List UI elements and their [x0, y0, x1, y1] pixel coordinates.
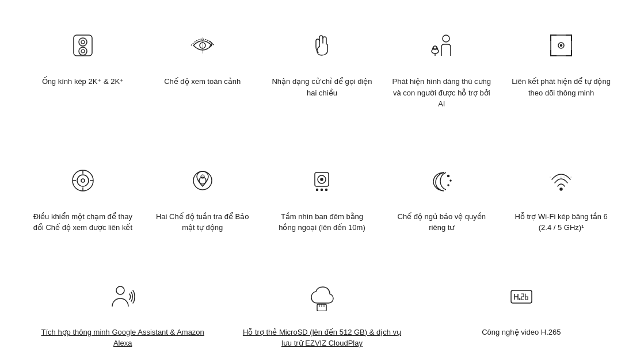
svg-point-43 — [519, 298, 520, 300]
row-1: Ống kính kép 2K⁺ & 2K⁺ Chế độ xem toàn c… — [0, 0, 644, 135]
gesture-label: Nhận dạng cử chỉ để gọi điện hai chiều — [272, 76, 373, 98]
svg-point-34 — [116, 286, 124, 294]
one-touch-icon — [63, 160, 103, 201]
svg-point-25 — [321, 178, 323, 181]
wifi-icon — [541, 160, 581, 201]
cell-ai-detection: Phát hiện hình dáng thú cưng và con ngườ… — [382, 12, 501, 124]
dual-lens-label: Ống kính kép 2K⁺ & 2K⁺ — [42, 76, 124, 87]
cell-one-touch: Điều khiển một chạm để thay đổi Chế độ x… — [23, 147, 143, 247]
svg-point-32 — [560, 188, 562, 190]
person-voice-icon — [102, 276, 143, 316]
svg-point-31 — [448, 185, 449, 186]
svg-point-29 — [448, 175, 449, 177]
cell-h265: Công nghệ video H.265 — [422, 265, 621, 361]
night-vision-icon — [302, 160, 342, 201]
ai-detection-icon — [421, 25, 462, 66]
patrol-label: Hai Chế độ tuần tra để Bảo mật tự động — [152, 211, 253, 233]
sleep-mode-label: Chế độ ngủ bảo vệ quyền riêng tư — [391, 211, 492, 233]
svg-point-20 — [193, 171, 212, 190]
svg-point-27 — [321, 189, 323, 190]
ai-detection-label: Phát hiện hình dáng thú cưng và con ngườ… — [391, 76, 492, 110]
svg-point-28 — [326, 189, 327, 190]
cell-smart-integration: Tích hợp thông minh Google Assistant & A… — [23, 265, 222, 361]
microsd-label: Hỗ trợ thẻ MicroSD (lên đến 512 GB) & dị… — [239, 327, 404, 349]
smart-tracking-label: Liên kết phát hiện để tự động theo dõi t… — [510, 76, 612, 98]
cell-microsd: Hỗ trợ thẻ MicroSD (lên đến 512 GB) & dị… — [222, 265, 421, 361]
cell-smart-tracking: Liên kết phát hiện để tự động theo dõi t… — [501, 12, 621, 124]
patrol-icon — [182, 160, 223, 201]
svg-point-26 — [317, 189, 318, 190]
svg-point-3 — [79, 47, 87, 55]
cell-sleep-mode: Chế độ ngủ bảo vệ quyền riêng tư — [382, 147, 501, 247]
cell-panoramic: Chế độ xem toàn cảnh — [143, 12, 262, 124]
svg-point-15 — [81, 179, 85, 182]
svg-point-30 — [450, 180, 451, 181]
cell-wifi: Hỗ trợ Wi-Fi kép băng tần 6 (2.4 / 5 GHz… — [501, 147, 621, 247]
night-vision-label: Tầm nhìn ban đêm bằng hồng ngoại (lên đế… — [272, 211, 373, 233]
svg-point-12 — [561, 45, 562, 47]
h265-icon — [501, 276, 542, 316]
sleep-mode-icon — [421, 160, 462, 201]
gesture-icon — [302, 25, 342, 66]
row-3: Tích hợp thông minh Google Assistant & A… — [0, 259, 644, 361]
svg-point-4 — [81, 49, 85, 53]
panoramic-icon — [182, 25, 223, 66]
svg-point-22 — [201, 175, 204, 178]
svg-point-1 — [79, 38, 87, 46]
row-2: Điều khiển một chạm để thay đổi Chế độ x… — [0, 135, 644, 259]
smart-tracking-icon — [541, 25, 581, 66]
cell-patrol: Hai Chế độ tuần tra để Bảo mật tự động — [143, 147, 262, 247]
one-touch-label: Điều khiển một chạm để thay đổi Chế độ x… — [32, 211, 134, 233]
wifi-label: Hỗ trợ Wi-Fi kép băng tần 6 (2.4 / 5 GHz… — [510, 211, 612, 233]
cell-dual-lens: Ống kính kép 2K⁺ & 2K⁺ — [23, 12, 143, 124]
microsd-icon — [302, 276, 342, 316]
cell-gesture: Nhận dạng cử chỉ để gọi điện hai chiều — [262, 12, 382, 124]
smart-integration-label: Tích hợp thông minh Google Assistant & A… — [40, 327, 205, 349]
dual-lens-icon — [63, 25, 103, 66]
h265-label: Công nghệ video H.265 — [482, 327, 561, 338]
cell-night-vision: Tầm nhìn ban đêm bằng hồng ngoại (lên đế… — [262, 147, 382, 247]
svg-point-7 — [443, 35, 449, 42]
svg-point-2 — [81, 40, 85, 44]
svg-point-14 — [77, 175, 89, 186]
panoramic-label: Chế độ xem toàn cảnh — [164, 76, 241, 87]
